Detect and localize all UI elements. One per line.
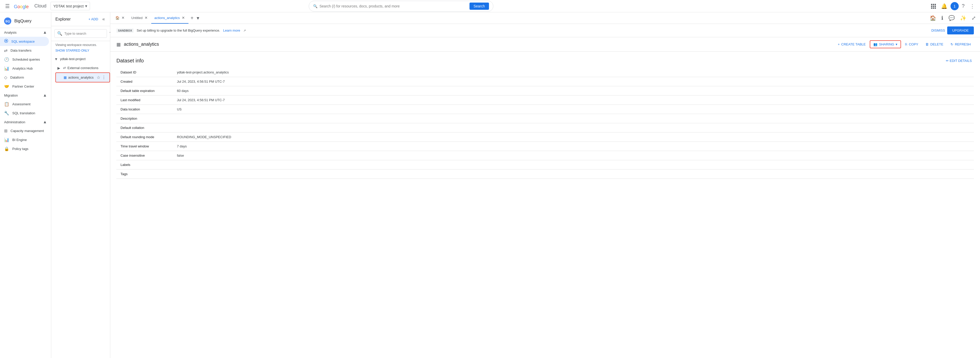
tab-home-icon[interactable]: 🏠 [928,13,938,23]
sidebar-item-capacity-management[interactable]: ⊞ Capacity management [0,126,49,135]
tabs-bar: 🏠 ✕ Untitled ✕ actions_analytics ✕ + ▾ 🏠… [110,12,980,24]
edit-details-button[interactable]: ✏ EDIT DETAILS [944,58,974,64]
dismiss-button[interactable]: DISMISS [931,29,945,32]
show-starred-button[interactable]: SHOW STARRED ONLY [51,49,110,54]
home-tab-close[interactable]: ✕ [121,15,125,20]
info-table-row: Last modifiedJul 24, 2023, 4:56:51 PM UT… [116,96,974,105]
info-table-row: Description [116,114,974,123]
info-field-key: Data location [116,105,173,114]
info-field-value: Jul 24, 2023, 4:56:51 PM UTC-7 [173,77,974,86]
info-field-value: 7 days [173,142,974,151]
tab-expand-icon[interactable]: ⤢ [969,13,978,23]
project-tree-item[interactable]: ▼ ydtak-test-project ☆ ⋮ [51,54,110,64]
dataset-item-actions: ☆ ⋮ [96,75,107,80]
sidebar-item-dataform[interactable]: ◇ Dataform [0,73,49,82]
actions-analytics-item[interactable]: ▦ actions_analytics ☆ ⋮ [56,72,110,82]
dataset-view: ▦ actions_analytics + CREATE TABLE 👥 SHA… [110,37,980,358]
sharing-dropdown-arrow: ▾ [896,42,897,46]
dataset-more-button[interactable]: ⋮ [101,75,107,80]
create-table-button[interactable]: + CREATE TABLE [835,41,869,48]
info-field-key: Last modified [116,96,173,105]
add-tab-button[interactable]: + [188,14,196,22]
info-table-row: Labels [116,160,974,169]
sql-translation-icon: 🔧 [4,111,9,115]
bq-title: BigQuery [14,19,32,23]
info-field-key: Description [116,114,173,123]
help-icon[interactable]: ? [960,1,967,11]
dataform-icon: ◇ [4,75,7,80]
sidebar-item-sql-workspace[interactable]: SQL workspace [0,37,49,46]
collapse-panel-button[interactable]: « [101,15,106,23]
bi-engine-icon: 📊 [4,137,9,142]
info-field-key: Tags [116,169,173,179]
sidebar-item-data-transfers[interactable]: ⇄ Data transfers [0,46,49,55]
sidebar-item-policy-tags[interactable]: 🔒 Policy tags [0,144,49,153]
untitled-tab-close[interactable]: ✕ [144,15,148,20]
notifications-icon[interactable]: 🔔 [939,1,950,11]
administration-label: Administration [4,120,25,124]
upgrade-button[interactable]: UPGRADE [947,26,974,34]
dataset-star-button[interactable]: ☆ [96,75,101,80]
policy-tags-label: Policy tags [12,147,29,151]
apps-icon[interactable] [929,2,938,11]
tab-untitled[interactable]: Untitled ✕ [128,12,151,24]
sidebar-item-bi-engine[interactable]: 📊 BI Engine [0,135,49,144]
analysis-section[interactable]: Analysis ▲ [0,28,51,37]
cloud-label: Cloud [34,3,46,9]
migration-section[interactable]: Migration ▲ [0,91,51,100]
copy-button[interactable]: ⎘ COPY [902,41,921,48]
external-connections-label: External connections [67,66,100,70]
sidebar-item-sql-translation[interactable]: 🔧 SQL translation [0,109,49,118]
tab-menu-button[interactable]: ▾ [196,14,200,22]
ext-conn-more-button[interactable]: ⋮ [102,65,107,71]
policy-tags-icon: 🔒 [4,146,9,151]
bigquery-logo: BQ [4,18,11,25]
sidebar-item-analytics-hub[interactable]: 📊 Analytics Hub [0,64,49,73]
workspace-label: Viewing workspace resources. [51,41,110,49]
tabs-right: 🏠 ℹ 💬 ✨ ⤢ [928,13,978,23]
tab-home[interactable]: 🏠 ✕ [112,12,128,24]
info-field-value: 60 days [173,86,974,96]
administration-section[interactable]: Administration ▲ [0,118,51,126]
sidebar-item-assessment[interactable]: 📋 Assessment [0,100,49,109]
dataset-icon: ▦ [64,75,67,79]
svg-rect-8 [933,8,934,9]
tab-info-icon[interactable]: ℹ [939,13,945,23]
tab-chat-icon[interactable]: 💬 [947,13,957,23]
learn-more-link[interactable]: Learn more [223,29,240,32]
sidebar-item-scheduled-queries[interactable]: 🕐 Scheduled queries [0,55,49,64]
tab-actions-analytics[interactable]: actions_analytics ✕ [151,12,188,24]
explorer-search-input[interactable] [64,32,107,35]
actions-analytics-tab-close[interactable]: ✕ [181,15,185,20]
dataform-label: Dataform [10,75,24,79]
search-button[interactable]: Search [469,3,489,10]
global-search-input[interactable] [320,4,468,8]
project-selector[interactable]: YDTAK test project ▾ [51,2,90,10]
external-connections-item[interactable]: ▶ ⇄ External connections ⋮ [56,64,110,72]
analytics-hub-icon: 📊 [4,66,9,71]
info-table-row: Dataset IDydtak-test-project.actions_ana… [116,68,974,77]
top-nav-right: 🔔 1 ? ⋮ [929,1,977,11]
project-star-button[interactable]: ☆ [87,56,92,62]
project-more-button[interactable]: ⋮ [92,56,97,62]
dataset-info-section: ✏ EDIT DETAILS Dataset info Dataset IDyd… [110,52,980,185]
sharing-button[interactable]: 👥 SHARING ▾ [870,40,901,48]
delete-button[interactable]: 🗑 DELETE [922,41,947,48]
avatar[interactable]: 1 [950,2,959,10]
explorer-actions: + ADD « [86,15,106,23]
project-name-label: ydtak-test-project [60,57,86,61]
sql-translation-label: SQL translation [12,111,35,115]
add-button[interactable]: + ADD [86,16,100,22]
capacity-management-icon: ⊞ [4,128,8,133]
bi-engine-label: BI Engine [12,138,27,142]
sandbox-banner: SANDBOX Set up billing to upgrade to the… [110,24,980,37]
refresh-button[interactable]: ↻ REFRESH [947,41,974,48]
tab-ai-icon[interactable]: ✨ [958,13,969,23]
info-field-value: ROUNDING_MODE_UNSPECIFIED [173,133,974,142]
ext-conn-expand-arrow: ▶ [57,66,62,70]
hamburger-menu[interactable]: ☰ [3,1,12,11]
more-options-icon[interactable]: ⋮ [968,1,977,11]
assessment-label: Assessment [12,102,30,106]
global-search-bar: 🔍 Search [309,1,493,11]
sidebar-item-partner-center[interactable]: 🤝 Partner Center [0,82,49,91]
